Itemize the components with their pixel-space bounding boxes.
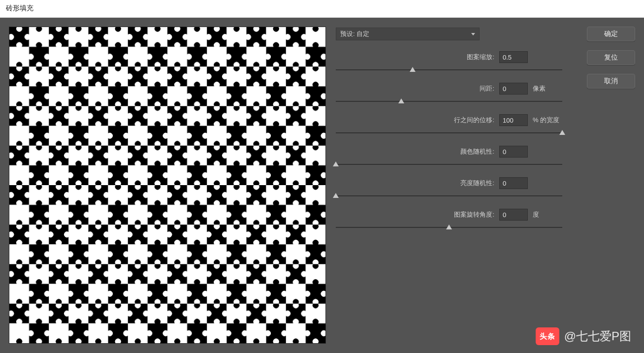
rotation-label: 图案旋转角度: <box>454 210 494 219</box>
param-rotation: 图案旋转角度: 度 <box>336 209 562 231</box>
reset-button[interactable]: 复位 <box>587 50 635 65</box>
param-scale: 图案缩放: <box>336 51 562 74</box>
scale-input[interactable] <box>499 51 528 63</box>
slider-thumb-icon[interactable] <box>559 130 565 135</box>
pattern-preview <box>9 27 326 344</box>
slider-thumb-icon[interactable] <box>446 225 452 229</box>
slider-thumb-icon[interactable] <box>398 98 404 103</box>
chevron-down-icon <box>471 33 475 35</box>
gap-input[interactable] <box>499 83 528 95</box>
param-gap: 间距: 像素 <box>336 83 562 105</box>
dialog-buttons: 确定 复位 取消 <box>587 27 635 89</box>
shift-unit: % 的宽度 <box>533 116 562 125</box>
gap-label: 间距: <box>480 84 494 93</box>
param-shift: 行之间的位移: % 的宽度 <box>336 114 562 137</box>
shift-slider[interactable] <box>336 129 562 137</box>
dialog-title: 砖形填充 <box>0 0 644 18</box>
shift-label: 行之间的位移: <box>454 116 494 125</box>
light-random-label: 亮度随机性: <box>460 179 494 188</box>
slider-thumb-icon[interactable] <box>333 161 339 166</box>
scale-label: 图案缩放: <box>467 53 494 62</box>
preset-select[interactable]: 预设: 自定 <box>336 28 480 40</box>
gap-unit: 像素 <box>533 84 562 93</box>
light-random-slider[interactable] <box>336 192 562 200</box>
ok-button[interactable]: 确定 <box>587 27 635 41</box>
gap-slider[interactable] <box>336 97 562 105</box>
slider-thumb-icon[interactable] <box>333 193 339 198</box>
light-random-input[interactable] <box>499 177 528 189</box>
svg-rect-1 <box>9 27 325 343</box>
slider-thumb-icon[interactable] <box>410 67 416 72</box>
rotation-input[interactable] <box>499 209 528 221</box>
color-random-slider[interactable] <box>336 160 562 168</box>
rotation-slider[interactable] <box>336 224 562 231</box>
rotation-unit: 度 <box>533 210 562 219</box>
dialog-body: 预设: 自定 图案缩放: 间距: 像素 <box>0 18 644 353</box>
color-random-label: 颜色随机性: <box>460 147 494 156</box>
scale-slider[interactable] <box>336 66 562 74</box>
color-random-input[interactable] <box>499 146 528 158</box>
param-color-random: 颜色随机性: <box>336 146 562 168</box>
cancel-button[interactable]: 取消 <box>587 74 635 89</box>
preset-select-text: 预设: 自定 <box>340 30 369 38</box>
shift-input[interactable] <box>499 114 528 126</box>
param-light-random: 亮度随机性: <box>336 177 562 200</box>
